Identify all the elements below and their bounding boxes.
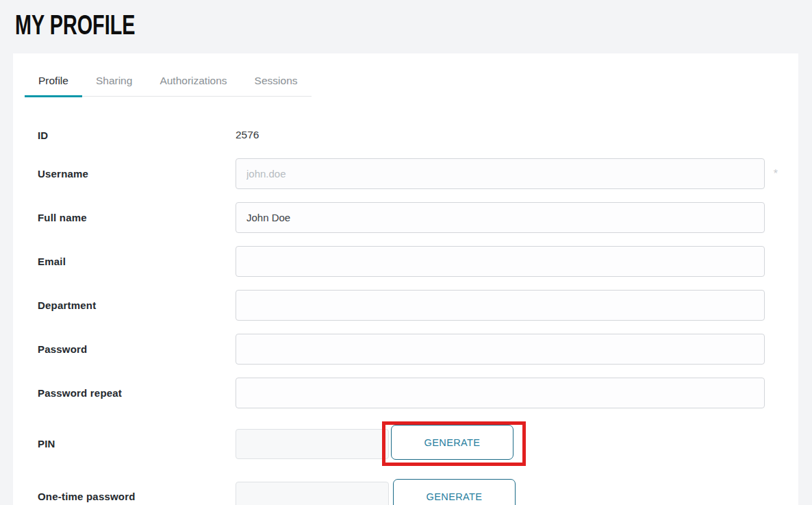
- profile-card: Profile Sharing Authorizations Sessions …: [13, 53, 798, 505]
- id-label: ID: [38, 130, 236, 141]
- email-label: Email: [38, 256, 236, 267]
- tab-profile[interactable]: Profile: [25, 67, 82, 96]
- username-label: Username: [38, 168, 236, 180]
- form-row-department: Department: [38, 290, 765, 321]
- password-repeat-input[interactable]: [236, 378, 765, 408]
- page-header: MY PROFILE: [0, 0, 812, 53]
- form-row-fullname: Full name: [38, 202, 765, 233]
- password-input[interactable]: [236, 334, 765, 365]
- form-row-otp: One-time password GENERATE: [38, 479, 765, 505]
- pin-generate-button[interactable]: GENERATE: [391, 425, 513, 460]
- department-label: Department: [38, 299, 236, 311]
- fullname-label: Full name: [38, 212, 236, 223]
- password-repeat-label: Password repeat: [38, 387, 236, 399]
- tab-sharing[interactable]: Sharing: [82, 67, 146, 96]
- profile-form: ID 2576 Username * Full name Email: [13, 97, 798, 505]
- tabs-container: Profile Sharing Authorizations Sessions: [13, 53, 798, 97]
- department-input[interactable]: [236, 290, 765, 321]
- pin-input[interactable]: [236, 429, 389, 459]
- form-row-password-repeat: Password repeat: [38, 378, 765, 408]
- form-row-password: Password: [38, 334, 765, 365]
- otp-generate-button[interactable]: GENERATE: [393, 479, 516, 505]
- otp-label: One-time password: [38, 491, 236, 502]
- username-input[interactable]: [236, 158, 765, 189]
- tab-bar: Profile Sharing Authorizations Sessions: [25, 67, 312, 97]
- form-row-id: ID 2576: [38, 121, 765, 149]
- form-row-username: Username *: [38, 158, 765, 189]
- fullname-input[interactable]: [236, 202, 765, 233]
- tab-sessions[interactable]: Sessions: [241, 67, 312, 96]
- tab-authorizations[interactable]: Authorizations: [146, 67, 240, 96]
- form-row-pin: PIN GENERATE: [38, 421, 765, 466]
- otp-input[interactable]: [236, 482, 389, 505]
- form-row-email: Email: [38, 246, 765, 277]
- required-marker: *: [774, 168, 778, 180]
- annotation-highlight-box: GENERATE: [382, 421, 526, 466]
- id-value: 2576: [236, 129, 259, 141]
- password-label: Password: [38, 343, 236, 355]
- email-input[interactable]: [236, 246, 765, 277]
- page-title: MY PROFILE: [15, 7, 135, 42]
- pin-label: PIN: [38, 438, 236, 449]
